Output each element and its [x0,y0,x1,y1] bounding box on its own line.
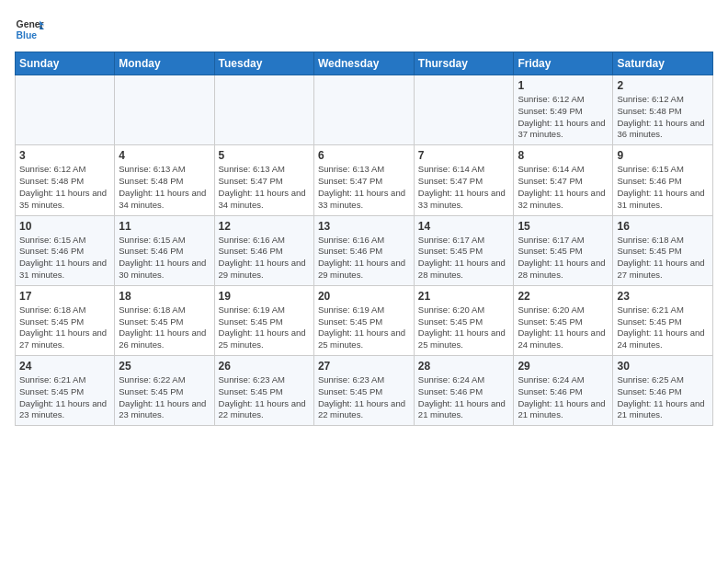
day-info: Sunrise: 6:24 AM Sunset: 5:46 PM Dayligh… [418,374,510,421]
day-info: Sunrise: 6:17 AM Sunset: 5:45 PM Dayligh… [418,235,510,282]
calendar-cell: 29Sunrise: 6:24 AM Sunset: 5:46 PM Dayli… [514,356,613,426]
day-info: Sunrise: 6:21 AM Sunset: 5:45 PM Dayligh… [19,374,110,421]
day-number: 15 [518,220,609,233]
calendar-cell [16,75,115,145]
day-info: Sunrise: 6:20 AM Sunset: 5:45 PM Dayligh… [518,304,609,351]
day-info: Sunrise: 6:23 AM Sunset: 5:45 PM Dayligh… [219,374,310,421]
calendar-cell: 3Sunrise: 6:12 AM Sunset: 5:48 PM Daylig… [16,145,115,215]
calendar-cell [313,75,414,145]
calendar-cell: 14Sunrise: 6:17 AM Sunset: 5:45 PM Dayli… [414,215,514,285]
day-info: Sunrise: 6:13 AM Sunset: 5:47 PM Dayligh… [219,164,310,211]
day-info: Sunrise: 6:18 AM Sunset: 5:45 PM Dayligh… [119,304,210,351]
day-number: 17 [19,290,110,303]
weekday-header: Tuesday [214,52,313,75]
day-info: Sunrise: 6:12 AM Sunset: 5:48 PM Dayligh… [617,94,709,141]
calendar-cell: 25Sunrise: 6:22 AM Sunset: 5:45 PM Dayli… [115,356,214,426]
day-info: Sunrise: 6:12 AM Sunset: 5:48 PM Dayligh… [19,164,110,211]
calendar-cell: 7Sunrise: 6:14 AM Sunset: 5:47 PM Daylig… [414,145,514,215]
calendar-cell: 19Sunrise: 6:19 AM Sunset: 5:45 PM Dayli… [214,285,313,355]
day-number: 2 [617,79,709,92]
calendar-table: SundayMondayTuesdayWednesdayThursdayFrid… [15,52,713,426]
day-info: Sunrise: 6:12 AM Sunset: 5:49 PM Dayligh… [518,94,609,141]
calendar-week-row: 10Sunrise: 6:15 AM Sunset: 5:46 PM Dayli… [16,215,713,285]
weekday-header: Wednesday [313,52,414,75]
calendar-cell: 30Sunrise: 6:25 AM Sunset: 5:46 PM Dayli… [613,356,713,426]
calendar-cell: 5Sunrise: 6:13 AM Sunset: 5:47 PM Daylig… [214,145,313,215]
calendar-cell: 18Sunrise: 6:18 AM Sunset: 5:45 PM Dayli… [115,285,214,355]
calendar-cell: 22Sunrise: 6:20 AM Sunset: 5:45 PM Dayli… [514,285,613,355]
day-number: 19 [219,290,310,303]
day-info: Sunrise: 6:15 AM Sunset: 5:46 PM Dayligh… [617,164,709,211]
weekday-header: Saturday [613,52,713,75]
calendar-week-row: 24Sunrise: 6:21 AM Sunset: 5:45 PM Dayli… [16,356,713,426]
day-number: 9 [617,149,709,162]
day-info: Sunrise: 6:17 AM Sunset: 5:45 PM Dayligh… [518,235,609,282]
day-info: Sunrise: 6:24 AM Sunset: 5:46 PM Dayligh… [518,374,609,421]
calendar-cell: 28Sunrise: 6:24 AM Sunset: 5:46 PM Dayli… [414,356,514,426]
calendar-cell: 17Sunrise: 6:18 AM Sunset: 5:45 PM Dayli… [16,285,115,355]
day-number: 11 [119,220,210,233]
calendar-cell: 26Sunrise: 6:23 AM Sunset: 5:45 PM Dayli… [214,356,313,426]
day-number: 18 [119,290,210,303]
day-number: 1 [518,79,609,92]
day-number: 22 [518,290,609,303]
day-info: Sunrise: 6:18 AM Sunset: 5:45 PM Dayligh… [617,235,709,282]
calendar-cell: 24Sunrise: 6:21 AM Sunset: 5:45 PM Dayli… [16,356,115,426]
day-info: Sunrise: 6:13 AM Sunset: 5:47 PM Dayligh… [318,164,410,211]
day-number: 20 [318,290,410,303]
day-number: 24 [19,360,110,373]
day-info: Sunrise: 6:15 AM Sunset: 5:46 PM Dayligh… [19,235,110,282]
page-header: General Blue [15,15,713,44]
day-number: 30 [617,360,709,373]
day-number: 27 [318,360,410,373]
calendar-week-row: 17Sunrise: 6:18 AM Sunset: 5:45 PM Dayli… [16,285,713,355]
day-number: 3 [19,149,110,162]
day-number: 12 [219,220,310,233]
calendar-cell: 27Sunrise: 6:23 AM Sunset: 5:45 PM Dayli… [313,356,414,426]
weekday-header: Thursday [414,52,514,75]
day-number: 21 [418,290,510,303]
day-info: Sunrise: 6:23 AM Sunset: 5:45 PM Dayligh… [318,374,410,421]
calendar-week-row: 1Sunrise: 6:12 AM Sunset: 5:49 PM Daylig… [16,75,713,145]
calendar-header: SundayMondayTuesdayWednesdayThursdayFrid… [16,52,713,75]
calendar-cell: 11Sunrise: 6:15 AM Sunset: 5:46 PM Dayli… [115,215,214,285]
logo-icon: General Blue [15,15,44,44]
day-info: Sunrise: 6:15 AM Sunset: 5:46 PM Dayligh… [119,235,210,282]
calendar-week-row: 3Sunrise: 6:12 AM Sunset: 5:48 PM Daylig… [16,145,713,215]
day-number: 25 [119,360,210,373]
calendar-cell [115,75,214,145]
day-number: 4 [119,149,210,162]
weekday-header: Friday [514,52,613,75]
weekday-header: Monday [115,52,214,75]
day-number: 14 [418,220,510,233]
day-info: Sunrise: 6:21 AM Sunset: 5:45 PM Dayligh… [617,304,709,351]
calendar-cell [414,75,514,145]
calendar-cell: 16Sunrise: 6:18 AM Sunset: 5:45 PM Dayli… [613,215,713,285]
day-info: Sunrise: 6:22 AM Sunset: 5:45 PM Dayligh… [119,374,210,421]
calendar-cell: 15Sunrise: 6:17 AM Sunset: 5:45 PM Dayli… [514,215,613,285]
day-number: 5 [219,149,310,162]
day-info: Sunrise: 6:13 AM Sunset: 5:48 PM Dayligh… [119,164,210,211]
day-info: Sunrise: 6:16 AM Sunset: 5:46 PM Dayligh… [219,235,310,282]
calendar-cell: 4Sunrise: 6:13 AM Sunset: 5:48 PM Daylig… [115,145,214,215]
day-info: Sunrise: 6:14 AM Sunset: 5:47 PM Dayligh… [418,164,510,211]
calendar-cell: 12Sunrise: 6:16 AM Sunset: 5:46 PM Dayli… [214,215,313,285]
calendar-cell: 9Sunrise: 6:15 AM Sunset: 5:46 PM Daylig… [613,145,713,215]
calendar-cell [214,75,313,145]
calendar-cell: 23Sunrise: 6:21 AM Sunset: 5:45 PM Dayli… [613,285,713,355]
calendar-cell: 1Sunrise: 6:12 AM Sunset: 5:49 PM Daylig… [514,75,613,145]
calendar-cell: 13Sunrise: 6:16 AM Sunset: 5:46 PM Dayli… [313,215,414,285]
day-number: 23 [617,290,709,303]
day-number: 10 [19,220,110,233]
day-number: 7 [418,149,510,162]
day-info: Sunrise: 6:20 AM Sunset: 5:45 PM Dayligh… [418,304,510,351]
calendar-cell: 21Sunrise: 6:20 AM Sunset: 5:45 PM Dayli… [414,285,514,355]
day-info: Sunrise: 6:19 AM Sunset: 5:45 PM Dayligh… [219,304,310,351]
calendar-cell: 8Sunrise: 6:14 AM Sunset: 5:47 PM Daylig… [514,145,613,215]
calendar-cell: 10Sunrise: 6:15 AM Sunset: 5:46 PM Dayli… [16,215,115,285]
day-number: 16 [617,220,709,233]
logo: General Blue [15,15,44,44]
calendar-cell: 6Sunrise: 6:13 AM Sunset: 5:47 PM Daylig… [313,145,414,215]
day-number: 13 [318,220,410,233]
day-number: 6 [318,149,410,162]
